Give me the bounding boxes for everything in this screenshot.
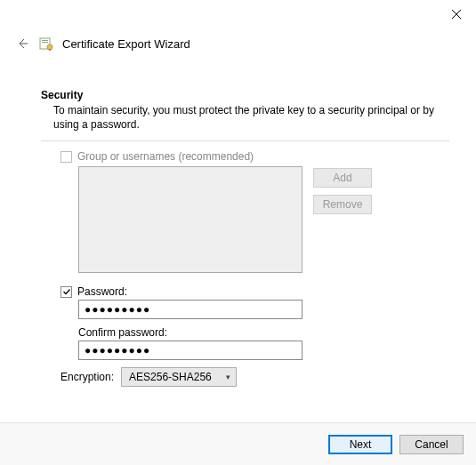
check-icon (62, 287, 71, 296)
password-input[interactable] (78, 300, 303, 319)
wizard-title: Certificate Export Wizard (62, 37, 190, 51)
cancel-button[interactable]: Cancel (399, 435, 464, 454)
arrow-left-icon (15, 36, 29, 51)
certificate-wizard-icon (39, 36, 53, 51)
confirm-password-label: Confirm password: (78, 326, 449, 339)
svg-rect-4 (42, 40, 48, 41)
wizard-window: Certificate Export Wizard Security To ma… (0, 0, 476, 465)
wizard-header: Certificate Export Wizard (14, 36, 462, 52)
groups-listbox[interactable] (78, 166, 303, 273)
back-button[interactable] (14, 36, 30, 52)
encryption-label: Encryption: (61, 371, 114, 383)
encryption-row: Encryption: AES256-SHA256 ▾ (61, 367, 449, 387)
chevron-down-icon: ▾ (226, 373, 230, 381)
password-checkbox-row: Password: (61, 285, 449, 298)
remove-button[interactable]: Remove (313, 195, 372, 214)
groups-buttons: Add Remove (313, 168, 372, 214)
encryption-selected-value: AES256-SHA256 (129, 371, 212, 383)
password-checkbox-label: Password: (77, 285, 127, 298)
groups-checkbox-label: Group or usernames (recommended) (77, 150, 254, 163)
password-section: Password: Confirm password: (61, 285, 449, 360)
close-button[interactable] (446, 5, 467, 23)
encryption-select[interactable]: AES256-SHA256 ▾ (121, 367, 237, 387)
confirm-password-input[interactable] (78, 341, 303, 360)
wizard-footer: Next Cancel (0, 422, 476, 465)
section-description: To maintain security, you must protect t… (53, 103, 449, 132)
divider (41, 140, 449, 141)
svg-rect-5 (42, 42, 48, 43)
section-heading: Security (41, 89, 449, 101)
close-icon (452, 10, 461, 19)
next-button[interactable]: Next (328, 435, 392, 454)
groups-checkbox-row: Group or usernames (recommended) (61, 150, 449, 163)
groups-list-row: Add Remove (78, 166, 449, 273)
wizard-content: Security To maintain security, you must … (41, 89, 449, 387)
add-button[interactable]: Add (313, 168, 372, 188)
groups-checkbox[interactable] (61, 151, 72, 163)
password-checkbox[interactable] (61, 286, 72, 298)
